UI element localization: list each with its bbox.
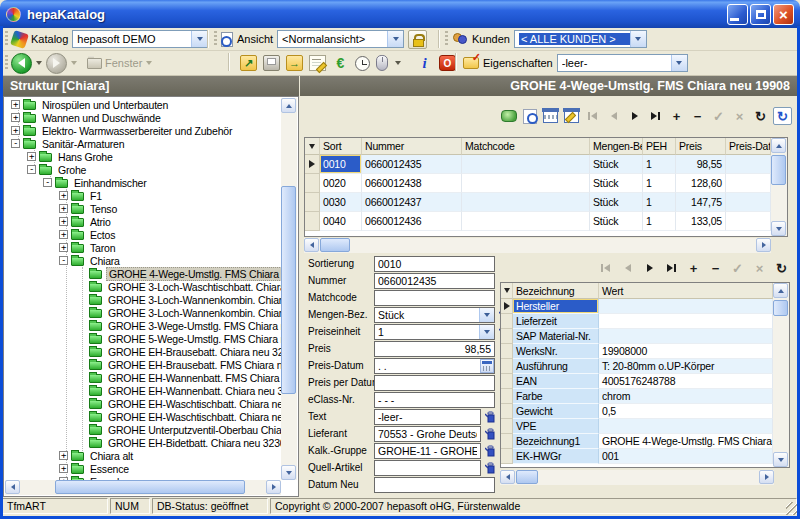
field-lieferant[interactable]: 70553 - Grohe Deutschland — [374, 426, 481, 442]
cell-sort[interactable]: 0010 — [320, 155, 362, 174]
dropdown-arrow-icon[interactable] — [191, 31, 207, 47]
cell-bezeichnung[interactable]: EAN — [513, 374, 599, 389]
scroll-down-arrow-icon[interactable] — [281, 465, 296, 480]
nav-cancel-button[interactable]: × — [751, 260, 768, 276]
tree-item[interactable]: +Nirospülen und Unterbauten — [5, 98, 281, 111]
calendar-button[interactable] — [480, 359, 494, 373]
edit-note-icon[interactable] — [309, 55, 326, 71]
scroll-up-arrow-icon[interactable] — [773, 283, 788, 298]
lookup-jug-icon[interactable] — [485, 428, 496, 442]
cell-nummer[interactable]: 0660012436 — [362, 212, 462, 231]
property-row[interactable]: Farbechrom — [501, 389, 773, 404]
publish-icon[interactable]: ↗ — [240, 55, 257, 71]
nav-cancel-button[interactable]: × — [731, 108, 748, 124]
field-text[interactable]: -leer- — [374, 409, 481, 425]
tree-item[interactable]: GROHE 4-Wege-Umstlg. FMS Chiara neu 1990… — [5, 267, 281, 280]
cell-mengen_bez[interactable]: Stück — [590, 174, 643, 193]
nav-first-button[interactable] — [584, 108, 601, 124]
scroll-thumb[interactable] — [320, 238, 350, 252]
property-row[interactable]: Gewicht0,5 — [501, 404, 773, 419]
tree-item[interactable]: GROHE 3-Loch-Waschtischbatt. Chiara neu … — [5, 280, 281, 293]
collapse-toggle-icon[interactable]: - — [11, 139, 20, 148]
cell-preis_datum[interactable] — [726, 212, 771, 231]
scroll-right-arrow-icon[interactable] — [756, 238, 771, 252]
expand-toggle-icon[interactable]: + — [59, 204, 68, 213]
tree-item[interactable]: GROHE Unterputzventil-Oberbau Chiara neu… — [5, 423, 281, 436]
cell-bezeichnung[interactable]: WerksNr. — [513, 344, 599, 359]
column-header-matchcode[interactable]: Matchcode — [462, 138, 590, 155]
minimize-button[interactable] — [727, 4, 748, 25]
collapse-toggle-icon[interactable]: - — [27, 165, 36, 174]
expand-toggle-icon[interactable]: + — [59, 243, 68, 252]
expand-toggle-icon[interactable]: + — [59, 451, 68, 460]
cell-matchcode[interactable] — [462, 212, 590, 231]
nav-refresh-button[interactable]: ↻ — [752, 108, 769, 124]
cell-bezeichnung[interactable]: Ausführung — [513, 359, 599, 374]
cell-preis[interactable]: 128,60 — [676, 174, 726, 193]
nav-next-button[interactable] — [626, 108, 643, 124]
scroll-up-arrow-icon[interactable] — [281, 98, 296, 113]
clock-icon[interactable] — [355, 56, 370, 71]
cell-wert[interactable] — [599, 314, 773, 329]
table-row[interactable]: 00400660012436Stück1133,05 — [305, 212, 771, 231]
cell-wert[interactable] — [599, 329, 773, 344]
scroll-up-arrow-icon[interactable] — [771, 138, 786, 153]
field-preis-datum[interactable]: . . — [374, 358, 495, 374]
property-row[interactable]: EK-HWGr001 — [501, 449, 773, 464]
nav-post-button[interactable]: ✓ — [729, 260, 746, 276]
nav-next-button[interactable] — [641, 260, 658, 276]
tree-item[interactable]: -Grohe — [5, 163, 281, 176]
field-sortierung[interactable]: 0010 — [374, 256, 495, 272]
cell-bezeichnung[interactable]: EK-HWGr — [513, 449, 599, 464]
back-dropdown-icon[interactable] — [36, 61, 42, 65]
scroll-thumb[interactable] — [55, 480, 245, 494]
nav-last-button[interactable] — [647, 108, 664, 124]
tree-item[interactable]: GROHE 5-Wege-Umstlg. FMS Chiara neu 1990 — [5, 332, 281, 345]
cell-bezeichnung[interactable]: SAP Material-Nr. — [513, 329, 599, 344]
katalog-combobox[interactable]: hepasoft DEMO — [72, 30, 208, 48]
dropdown-arrow-icon[interactable] — [479, 308, 494, 322]
tree-item[interactable]: GROHE 3-Loch-Wannenkombin. Chiara neu 19 — [5, 306, 281, 319]
cell-preis_datum[interactable] — [726, 193, 771, 212]
toolbar-grip[interactable] — [5, 31, 8, 47]
tree-item[interactable]: GROHE 3-Wege-Umstlg. FMS Chiara neu 1990 — [5, 319, 281, 332]
expand-toggle-icon[interactable]: + — [11, 126, 20, 135]
expand-toggle-icon[interactable]: + — [11, 100, 20, 109]
property-row[interactable]: WerksNr.19908000 — [501, 344, 773, 359]
scroll-thumb[interactable] — [281, 186, 296, 394]
field-quell-artikel[interactable] — [374, 460, 481, 476]
tree-item[interactable]: +Atrio — [5, 215, 281, 228]
property-row[interactable]: VPE — [501, 419, 773, 434]
expand-toggle-icon[interactable]: + — [59, 217, 68, 226]
tree-item[interactable]: GROHE EH-Wannenbatt. FMS Chiara neu 1915 — [5, 371, 281, 384]
expand-toggle-icon[interactable]: + — [59, 191, 68, 200]
cell-wert[interactable] — [599, 299, 773, 314]
artikel-grid-vertical-scrollbar[interactable] — [771, 138, 787, 236]
property-row[interactable]: EAN4005176248788 — [501, 374, 773, 389]
field-preis[interactable]: 98,55 — [374, 341, 495, 357]
cell-wert[interactable]: 4005176248788 — [599, 374, 773, 389]
nav-first-button[interactable] — [597, 260, 614, 276]
nav-refresh-button[interactable]: ↻ — [773, 260, 790, 276]
print-icon[interactable] — [263, 55, 280, 71]
back-button[interactable] — [11, 53, 32, 74]
field-mengen-bez-[interactable]: Stück — [374, 307, 495, 323]
cell-preis[interactable]: 133,05 — [676, 212, 726, 231]
nav-prior-button[interactable] — [619, 260, 636, 276]
filter-indicator-cell[interactable] — [501, 283, 513, 299]
eigenschaften-horizontal-scrollbar[interactable] — [500, 470, 774, 485]
scroll-down-arrow-icon[interactable] — [773, 452, 788, 467]
refresh-data-button[interactable]: ↻ — [773, 107, 792, 125]
cell-sort[interactable]: 0030 — [320, 193, 362, 212]
tree-item[interactable]: +F1 — [5, 189, 281, 202]
tree-item[interactable]: GROHE 3-Loch-Wannenkombin. Chiara neu 19 — [5, 293, 281, 306]
expand-toggle-icon[interactable]: + — [59, 230, 68, 239]
cell-mengen_bez[interactable]: Stück — [590, 155, 643, 174]
tree-horizontal-scrollbar[interactable] — [5, 480, 281, 495]
app-icon[interactable] — [6, 7, 21, 22]
cell-sort[interactable]: 0040 — [320, 212, 362, 231]
nav-post-button[interactable]: ✓ — [710, 108, 727, 124]
column-header-nummer[interactable]: Nummer — [362, 138, 462, 155]
stop-icon[interactable]: O — [439, 55, 456, 71]
scroll-right-arrow-icon[interactable] — [266, 480, 281, 494]
